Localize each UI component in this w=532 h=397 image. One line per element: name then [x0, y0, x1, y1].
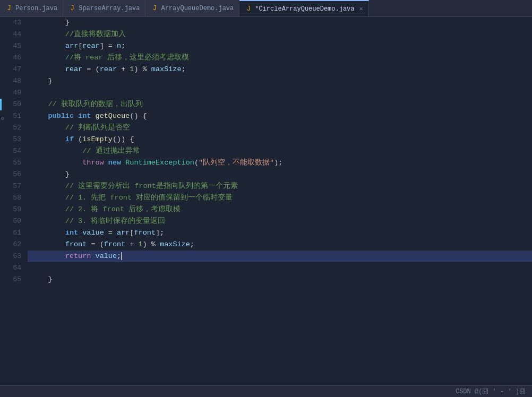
line-num-60: 60 — [0, 215, 28, 227]
code-line-60: 60 // 3. 将临时保存的变量返回 — [0, 215, 532, 227]
line-content-48: } — [28, 75, 532, 87]
line-content-53: if (isEmpty()) { — [28, 134, 532, 145]
line-num-52: 52 — [0, 122, 28, 134]
tab-close-icon[interactable]: ✕ — [359, 5, 363, 13]
code-line-48: 48 } — [0, 75, 532, 87]
status-text: CSDN @(囧 ' - ' )囧 — [456, 387, 526, 396]
line-content-45: arr[rear] = n; — [28, 40, 532, 52]
code-area: 43 } 44 //直接将数据加入 45 arr[rear] = n; 46 /… — [0, 17, 532, 385]
text-cursor — [121, 252, 122, 260]
code-lines[interactable]: 43 } 44 //直接将数据加入 45 arr[rear] = n; 46 /… — [0, 17, 532, 385]
line-num-56: 56 — [0, 169, 28, 180]
line-content-57: // 这里需要分析出 front是指向队列的第一个元素 — [28, 180, 532, 192]
code-line-47: 47 rear = (rear + 1) % maxSize; — [0, 64, 532, 75]
line-content-49 — [28, 87, 532, 99]
code-line-61: 61 int value = arr[front]; — [0, 227, 532, 239]
tab-person-label: Person.java — [15, 5, 57, 12]
line-num-54: 54 — [0, 145, 28, 157]
line-num-57: 57 — [0, 180, 28, 192]
line-content-46: //将 rear 后移，这里必须考虑取模 — [28, 52, 532, 64]
code-line-50: 50 // 获取队列的数据，出队列 — [0, 99, 532, 110]
line-num-48: 48 — [0, 75, 28, 87]
line-num-64: 64 — [0, 262, 28, 274]
line-num-51: 51⊖ — [0, 110, 28, 122]
tab-circlearray-label: *CircleArrayQueueDemo.java — [255, 5, 354, 13]
tab-bar: J Person.java J SparseArray.java J Array… — [0, 0, 532, 17]
code-line-57: 57 // 这里需要分析出 front是指向队列的第一个元素 — [0, 180, 532, 192]
line-content-43: } — [28, 17, 532, 29]
code-line-65: 65 } — [0, 274, 532, 286]
line-num-59: 59 — [0, 204, 28, 215]
code-line-49: 49 — [0, 87, 532, 99]
line-num-62: 62 — [0, 239, 28, 251]
line-num-44: 44 — [0, 29, 28, 40]
line-num-53: 53 — [0, 134, 28, 145]
code-line-52: 52 // 判断队列是否空 — [0, 122, 532, 134]
line-num-43: 43 — [0, 17, 28, 29]
line-num-58: 58 — [0, 192, 28, 204]
line-content-55: throw new RuntimeException("队列空，不能取数据"); — [28, 157, 532, 169]
line-content-58: // 1. 先把 front 对应的值保留到一个临时变量 — [28, 192, 532, 204]
code-line-64: 64 — [0, 262, 532, 274]
line-content-50: // 获取队列的数据，出队列 — [28, 99, 532, 110]
line-num-65: 65 — [0, 274, 28, 286]
java-file-icon3: J — [151, 5, 158, 12]
java-file-icon4: J — [245, 5, 252, 13]
line-content-64 — [28, 262, 532, 274]
line-content-63: return value; — [28, 251, 532, 262]
line-content-52: // 判断队列是否空 — [28, 122, 532, 134]
line-num-47: 47 — [0, 64, 28, 75]
line-num-50: 50 — [0, 99, 28, 110]
code-line-58: 58 // 1. 先把 front 对应的值保留到一个临时变量 — [0, 192, 532, 204]
line-content-62: front = (front + 1) % maxSize; — [28, 239, 532, 251]
code-line-59: 59 // 2. 将 front 后移，考虑取模 — [0, 204, 532, 215]
code-line-55: 55 throw new RuntimeException("队列空，不能取数据… — [0, 157, 532, 169]
code-line-46: 46 //将 rear 后移，这里必须考虑取模 — [0, 52, 532, 64]
line-content-51: public int getQueue() { — [28, 110, 532, 122]
line-content-44: //直接将数据加入 — [28, 29, 532, 40]
line-content-60: // 3. 将临时保存的变量返回 — [28, 215, 532, 227]
line-num-49: 49 — [0, 87, 28, 99]
tab-arrayqueue[interactable]: J ArrayQueueDemo.java — [145, 0, 239, 16]
line-content-61: int value = arr[front]; — [28, 227, 532, 239]
editor-container: J Person.java J SparseArray.java J Array… — [0, 0, 532, 397]
tab-arrayqueue-label: ArrayQueueDemo.java — [161, 5, 234, 12]
line-content-47: rear = (rear + 1) % maxSize; — [28, 64, 532, 75]
line-content-59: // 2. 将 front 后移，考虑取模 — [28, 204, 532, 215]
code-line-45: 45 arr[rear] = n; — [0, 40, 532, 52]
line-num-63: 63 — [0, 251, 28, 262]
line-num-46: 46 — [0, 52, 28, 64]
code-line-53: 53 if (isEmpty()) { — [0, 134, 532, 145]
tab-sparse[interactable]: J SparseArray.java — [63, 0, 145, 16]
line-content-54: // 通过抛出异常 — [28, 145, 532, 157]
java-file-icon: J — [5, 5, 13, 12]
tab-circlearray[interactable]: J *CircleArrayQueueDemo.java ✕ — [239, 0, 368, 16]
line-num-55: 55 — [0, 157, 28, 169]
code-line-51: 51⊖ public int getQueue() { — [0, 110, 532, 122]
code-line-56: 56 } — [0, 169, 532, 180]
line-num-61: 61 — [0, 227, 28, 239]
line-num-45: 45 — [0, 40, 28, 52]
code-line-62: 62 front = (front + 1) % maxSize; — [0, 239, 532, 251]
code-line-54: 54 // 通过抛出异常 — [0, 145, 532, 157]
line-content-56: } — [28, 169, 532, 180]
line-content-65: } — [28, 274, 532, 286]
code-line-43: 43 } — [0, 17, 532, 29]
java-file-icon2: J — [68, 5, 76, 12]
status-bar: CSDN @(囧 ' - ' )囧 — [0, 385, 532, 397]
code-line-63: 63 return value; — [0, 251, 532, 262]
tab-sparse-label: SparseArray.java — [79, 5, 140, 12]
tab-person[interactable]: J Person.java — [0, 0, 63, 16]
code-line-44: 44 //直接将数据加入 — [0, 29, 532, 40]
